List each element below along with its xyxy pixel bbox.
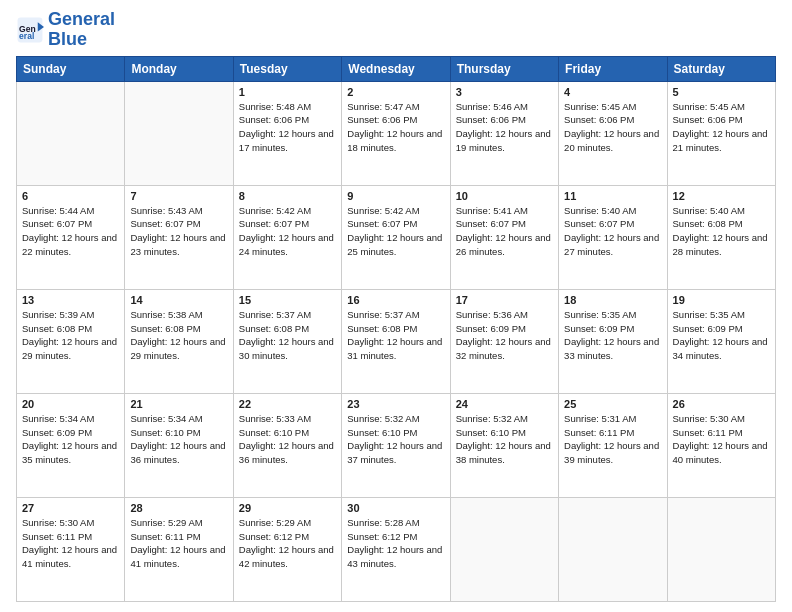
calendar-cell: 30Sunrise: 5:28 AM Sunset: 6:12 PM Dayli… <box>342 497 450 601</box>
day-info: Sunrise: 5:46 AM Sunset: 6:06 PM Dayligh… <box>456 100 553 155</box>
day-number: 21 <box>130 398 227 410</box>
day-info: Sunrise: 5:29 AM Sunset: 6:12 PM Dayligh… <box>239 516 336 571</box>
day-number: 19 <box>673 294 770 306</box>
calendar-cell: 21Sunrise: 5:34 AM Sunset: 6:10 PM Dayli… <box>125 393 233 497</box>
day-number: 8 <box>239 190 336 202</box>
logo-icon: Gen eral <box>16 16 44 44</box>
day-info: Sunrise: 5:48 AM Sunset: 6:06 PM Dayligh… <box>239 100 336 155</box>
week-row-4: 20Sunrise: 5:34 AM Sunset: 6:09 PM Dayli… <box>17 393 776 497</box>
calendar-cell: 4Sunrise: 5:45 AM Sunset: 6:06 PM Daylig… <box>559 81 667 185</box>
calendar-cell <box>450 497 558 601</box>
day-info: Sunrise: 5:39 AM Sunset: 6:08 PM Dayligh… <box>22 308 119 363</box>
day-info: Sunrise: 5:35 AM Sunset: 6:09 PM Dayligh… <box>673 308 770 363</box>
day-info: Sunrise: 5:36 AM Sunset: 6:09 PM Dayligh… <box>456 308 553 363</box>
day-info: Sunrise: 5:37 AM Sunset: 6:08 PM Dayligh… <box>239 308 336 363</box>
day-number: 20 <box>22 398 119 410</box>
day-info: Sunrise: 5:29 AM Sunset: 6:11 PM Dayligh… <box>130 516 227 571</box>
weekday-header-sunday: Sunday <box>17 56 125 81</box>
calendar-cell: 27Sunrise: 5:30 AM Sunset: 6:11 PM Dayli… <box>17 497 125 601</box>
calendar-cell: 25Sunrise: 5:31 AM Sunset: 6:11 PM Dayli… <box>559 393 667 497</box>
day-info: Sunrise: 5:40 AM Sunset: 6:08 PM Dayligh… <box>673 204 770 259</box>
day-info: Sunrise: 5:30 AM Sunset: 6:11 PM Dayligh… <box>22 516 119 571</box>
calendar-cell: 11Sunrise: 5:40 AM Sunset: 6:07 PM Dayli… <box>559 185 667 289</box>
day-info: Sunrise: 5:32 AM Sunset: 6:10 PM Dayligh… <box>347 412 444 467</box>
weekday-header-thursday: Thursday <box>450 56 558 81</box>
day-info: Sunrise: 5:41 AM Sunset: 6:07 PM Dayligh… <box>456 204 553 259</box>
weekday-header-monday: Monday <box>125 56 233 81</box>
calendar-cell <box>559 497 667 601</box>
day-number: 9 <box>347 190 444 202</box>
calendar-cell: 15Sunrise: 5:37 AM Sunset: 6:08 PM Dayli… <box>233 289 341 393</box>
day-number: 23 <box>347 398 444 410</box>
day-info: Sunrise: 5:47 AM Sunset: 6:06 PM Dayligh… <box>347 100 444 155</box>
day-info: Sunrise: 5:45 AM Sunset: 6:06 PM Dayligh… <box>673 100 770 155</box>
day-number: 1 <box>239 86 336 98</box>
day-number: 24 <box>456 398 553 410</box>
weekday-header-friday: Friday <box>559 56 667 81</box>
day-info: Sunrise: 5:31 AM Sunset: 6:11 PM Dayligh… <box>564 412 661 467</box>
page: Gen eral GeneralBlue SundayMondayTuesday… <box>0 0 792 612</box>
day-number: 3 <box>456 86 553 98</box>
day-number: 6 <box>22 190 119 202</box>
day-number: 25 <box>564 398 661 410</box>
calendar-cell: 2Sunrise: 5:47 AM Sunset: 6:06 PM Daylig… <box>342 81 450 185</box>
day-info: Sunrise: 5:34 AM Sunset: 6:10 PM Dayligh… <box>130 412 227 467</box>
calendar-cell: 23Sunrise: 5:32 AM Sunset: 6:10 PM Dayli… <box>342 393 450 497</box>
day-number: 13 <box>22 294 119 306</box>
day-info: Sunrise: 5:40 AM Sunset: 6:07 PM Dayligh… <box>564 204 661 259</box>
day-info: Sunrise: 5:28 AM Sunset: 6:12 PM Dayligh… <box>347 516 444 571</box>
day-number: 14 <box>130 294 227 306</box>
day-number: 16 <box>347 294 444 306</box>
week-row-1: 1Sunrise: 5:48 AM Sunset: 6:06 PM Daylig… <box>17 81 776 185</box>
calendar-cell: 18Sunrise: 5:35 AM Sunset: 6:09 PM Dayli… <box>559 289 667 393</box>
calendar-cell: 24Sunrise: 5:32 AM Sunset: 6:10 PM Dayli… <box>450 393 558 497</box>
day-number: 17 <box>456 294 553 306</box>
day-info: Sunrise: 5:43 AM Sunset: 6:07 PM Dayligh… <box>130 204 227 259</box>
calendar-cell: 26Sunrise: 5:30 AM Sunset: 6:11 PM Dayli… <box>667 393 775 497</box>
calendar-cell: 29Sunrise: 5:29 AM Sunset: 6:12 PM Dayli… <box>233 497 341 601</box>
day-info: Sunrise: 5:32 AM Sunset: 6:10 PM Dayligh… <box>456 412 553 467</box>
calendar-cell: 1Sunrise: 5:48 AM Sunset: 6:06 PM Daylig… <box>233 81 341 185</box>
calendar-cell: 20Sunrise: 5:34 AM Sunset: 6:09 PM Dayli… <box>17 393 125 497</box>
weekday-header-saturday: Saturday <box>667 56 775 81</box>
logo: Gen eral GeneralBlue <box>16 10 115 50</box>
calendar-cell: 28Sunrise: 5:29 AM Sunset: 6:11 PM Dayli… <box>125 497 233 601</box>
day-info: Sunrise: 5:42 AM Sunset: 6:07 PM Dayligh… <box>239 204 336 259</box>
day-number: 2 <box>347 86 444 98</box>
day-info: Sunrise: 5:44 AM Sunset: 6:07 PM Dayligh… <box>22 204 119 259</box>
day-info: Sunrise: 5:45 AM Sunset: 6:06 PM Dayligh… <box>564 100 661 155</box>
day-info: Sunrise: 5:42 AM Sunset: 6:07 PM Dayligh… <box>347 204 444 259</box>
calendar-cell: 9Sunrise: 5:42 AM Sunset: 6:07 PM Daylig… <box>342 185 450 289</box>
logo-name: GeneralBlue <box>48 10 115 50</box>
day-number: 12 <box>673 190 770 202</box>
day-number: 15 <box>239 294 336 306</box>
calendar-cell <box>17 81 125 185</box>
calendar-cell <box>667 497 775 601</box>
day-number: 29 <box>239 502 336 514</box>
calendar-cell: 12Sunrise: 5:40 AM Sunset: 6:08 PM Dayli… <box>667 185 775 289</box>
day-number: 30 <box>347 502 444 514</box>
calendar-cell: 14Sunrise: 5:38 AM Sunset: 6:08 PM Dayli… <box>125 289 233 393</box>
calendar-cell: 3Sunrise: 5:46 AM Sunset: 6:06 PM Daylig… <box>450 81 558 185</box>
day-info: Sunrise: 5:34 AM Sunset: 6:09 PM Dayligh… <box>22 412 119 467</box>
week-row-3: 13Sunrise: 5:39 AM Sunset: 6:08 PM Dayli… <box>17 289 776 393</box>
calendar-cell: 19Sunrise: 5:35 AM Sunset: 6:09 PM Dayli… <box>667 289 775 393</box>
calendar-cell: 6Sunrise: 5:44 AM Sunset: 6:07 PM Daylig… <box>17 185 125 289</box>
calendar-cell: 7Sunrise: 5:43 AM Sunset: 6:07 PM Daylig… <box>125 185 233 289</box>
calendar-cell: 17Sunrise: 5:36 AM Sunset: 6:09 PM Dayli… <box>450 289 558 393</box>
svg-text:eral: eral <box>19 31 34 41</box>
day-number: 26 <box>673 398 770 410</box>
day-number: 10 <box>456 190 553 202</box>
day-number: 28 <box>130 502 227 514</box>
calendar-cell <box>125 81 233 185</box>
calendar-cell: 13Sunrise: 5:39 AM Sunset: 6:08 PM Dayli… <box>17 289 125 393</box>
calendar-cell: 16Sunrise: 5:37 AM Sunset: 6:08 PM Dayli… <box>342 289 450 393</box>
calendar-cell: 8Sunrise: 5:42 AM Sunset: 6:07 PM Daylig… <box>233 185 341 289</box>
day-number: 7 <box>130 190 227 202</box>
day-number: 18 <box>564 294 661 306</box>
week-row-2: 6Sunrise: 5:44 AM Sunset: 6:07 PM Daylig… <box>17 185 776 289</box>
day-number: 22 <box>239 398 336 410</box>
day-info: Sunrise: 5:30 AM Sunset: 6:11 PM Dayligh… <box>673 412 770 467</box>
weekday-header-tuesday: Tuesday <box>233 56 341 81</box>
day-info: Sunrise: 5:38 AM Sunset: 6:08 PM Dayligh… <box>130 308 227 363</box>
